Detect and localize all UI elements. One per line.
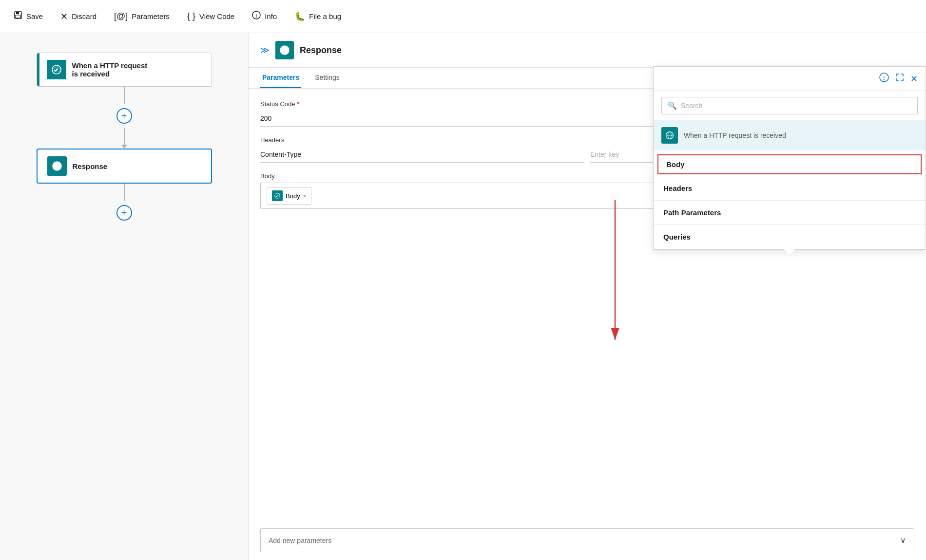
svg-text:i: i bbox=[883, 75, 885, 81]
trigger-label: When a HTTP request is received bbox=[684, 131, 786, 139]
required-star: * bbox=[297, 100, 300, 108]
discard-label: Discard bbox=[72, 12, 96, 20]
chevron-down-icon: ∨ bbox=[900, 536, 906, 545]
save-label: Save bbox=[26, 12, 43, 20]
dropdown-caret bbox=[784, 249, 795, 255]
discard-button[interactable]: ✕ Discard bbox=[58, 8, 98, 25]
response-panel: ≫ Response Parameters Settings Status Co… bbox=[249, 33, 926, 560]
close-dropdown-icon[interactable]: ✕ bbox=[910, 74, 918, 84]
view-code-label: View Code bbox=[199, 12, 234, 20]
response-node[interactable]: Response bbox=[37, 149, 212, 184]
add-step-button-2[interactable]: + bbox=[116, 205, 132, 221]
response-node-icon bbox=[47, 156, 67, 176]
dropdown-item-body[interactable]: Body bbox=[657, 154, 922, 174]
body-chip-icon bbox=[272, 190, 283, 201]
parameters-button[interactable]: [@] Parameters bbox=[112, 8, 172, 24]
expand-window-icon[interactable] bbox=[895, 73, 905, 85]
dropdown-info-icon[interactable]: i bbox=[879, 73, 889, 85]
svg-point-6 bbox=[56, 69, 57, 71]
response-header: ≫ Response bbox=[249, 33, 926, 68]
parameters-icon: [@] bbox=[114, 11, 128, 21]
discard-icon: ✕ bbox=[60, 11, 68, 22]
connector-2: + bbox=[116, 184, 132, 224]
response-node-title: Response bbox=[73, 162, 108, 170]
body-chip-label: Body bbox=[286, 192, 300, 200]
add-params-row[interactable]: Add new parameters ∨ bbox=[260, 528, 914, 552]
view-code-button[interactable]: { } View Code bbox=[185, 8, 236, 24]
bug-icon: 🐛 bbox=[294, 11, 305, 22]
body-chip: Body × bbox=[267, 187, 311, 205]
save-button[interactable]: Save bbox=[12, 8, 45, 25]
dropdown-item-queries[interactable]: Queries bbox=[654, 225, 926, 249]
expand-icon[interactable]: ≫ bbox=[260, 45, 270, 56]
trigger-node-icon bbox=[47, 60, 66, 79]
dropdown-item-headers[interactable]: Headers bbox=[654, 176, 926, 201]
svg-text:i: i bbox=[256, 13, 257, 19]
connector-line-2 bbox=[124, 128, 125, 145]
search-icon: 🔍 bbox=[668, 101, 677, 110]
dropdown-panel: i ✕ 🔍 When a HTTP request is received bbox=[653, 66, 926, 250]
connector-arrow-1 bbox=[121, 145, 127, 149]
response-title: Response bbox=[300, 45, 342, 56]
search-box: 🔍 bbox=[661, 97, 918, 114]
info-icon: i bbox=[252, 11, 261, 22]
trigger-section-icon bbox=[661, 127, 678, 144]
flow-canvas: When a HTTP request is received + Respon… bbox=[0, 33, 249, 560]
main-area: When a HTTP request is received + Respon… bbox=[0, 33, 926, 560]
header-value-input[interactable] bbox=[260, 147, 584, 163]
add-params-label: Add new parameters bbox=[269, 537, 331, 544]
svg-rect-2 bbox=[16, 15, 20, 18]
trigger-section[interactable]: When a HTTP request is received bbox=[654, 120, 926, 150]
info-button[interactable]: i Info bbox=[250, 8, 279, 25]
dropdown-toolbar: i ✕ bbox=[654, 67, 926, 91]
tab-settings[interactable]: Settings bbox=[313, 68, 342, 88]
save-icon bbox=[14, 11, 22, 22]
file-bug-button[interactable]: 🐛 File a bug bbox=[292, 8, 343, 25]
view-code-icon: { } bbox=[187, 11, 195, 21]
connector-line-3 bbox=[124, 184, 125, 201]
http-trigger-node[interactable]: When a HTTP request is received bbox=[37, 53, 212, 87]
file-bug-label: File a bug bbox=[309, 12, 341, 20]
response-header-icon bbox=[275, 41, 294, 59]
trigger-title-line2: is received bbox=[72, 70, 148, 78]
trigger-title-line1: When a HTTP request bbox=[72, 61, 148, 70]
add-step-button-1[interactable]: + bbox=[116, 108, 132, 124]
parameters-label: Parameters bbox=[132, 12, 170, 20]
svg-rect-1 bbox=[16, 12, 19, 14]
node-accent bbox=[37, 53, 39, 86]
tab-parameters[interactable]: Parameters bbox=[260, 68, 301, 88]
info-label: Info bbox=[265, 12, 277, 20]
dropdown-item-path-params[interactable]: Path Parameters bbox=[654, 201, 926, 225]
connector-1: + bbox=[116, 87, 132, 149]
toolbar: Save ✕ Discard [@] Parameters { } View C… bbox=[0, 0, 926, 33]
connector-line-1 bbox=[124, 87, 125, 104]
search-input[interactable] bbox=[681, 102, 911, 110]
trigger-node-text: When a HTTP request is received bbox=[72, 61, 148, 78]
body-chip-close[interactable]: × bbox=[303, 193, 306, 199]
